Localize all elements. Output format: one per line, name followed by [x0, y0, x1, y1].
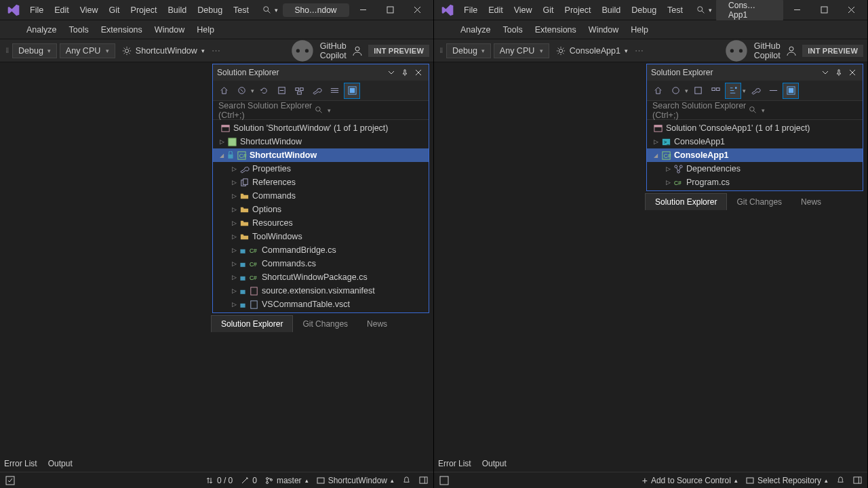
int-preview-badge[interactable]: INT PREVIEW	[368, 45, 429, 57]
tab-solution-explorer[interactable]: Solution Explorer	[645, 193, 727, 210]
menu-help[interactable]: Help	[625, 22, 654, 37]
menu-edit[interactable]: Edit	[483, 2, 509, 18]
project-node[interactable]: C# ConsoleApp1	[647, 148, 863, 162]
home-icon[interactable]	[216, 83, 232, 99]
menu-test[interactable]: Test	[662, 2, 688, 18]
file-program[interactable]: C#Program.cs	[647, 176, 863, 189]
menu-build[interactable]: Build	[596, 2, 626, 18]
file-package[interactable]: C#ShortcutWindowPackage.cs	[213, 270, 429, 284]
overflow-icon[interactable]: ⋯	[212, 45, 221, 56]
menu-window[interactable]: Window	[583, 22, 625, 37]
collapse-icon[interactable]	[273, 83, 290, 99]
menu-git[interactable]: Git	[104, 2, 125, 18]
properties-node[interactable]: Properties	[213, 162, 429, 176]
folder-toolwindows[interactable]: ToolWindows	[213, 230, 429, 243]
showall-icon[interactable]	[291, 83, 307, 99]
solution-node[interactable]: Solution 'ShortcutWindow' (1 of 1 projec…	[213, 121, 429, 135]
menu-view[interactable]: View	[75, 2, 104, 18]
pin-icon[interactable]	[833, 66, 845, 79]
preview-person-icon[interactable]	[786, 45, 797, 56]
tab-git-changes[interactable]: Git Changes	[727, 194, 791, 210]
windowpos-icon[interactable]	[385, 66, 397, 79]
collapse-icon[interactable]	[690, 83, 706, 99]
bell-icon[interactable]	[836, 476, 845, 485]
menu-analyze[interactable]: Analyze	[20, 22, 62, 37]
project-top-node[interactable]: >_ ConsoleApp1	[647, 135, 863, 148]
home-icon[interactable]	[650, 83, 666, 99]
file-commandbridge[interactable]: C#CommandBridge.cs	[213, 243, 429, 257]
menu-debug[interactable]: Debug	[626, 2, 662, 18]
windowpos-icon[interactable]	[819, 66, 831, 79]
menu-file[interactable]: File	[458, 2, 483, 18]
nest-icon[interactable]	[725, 83, 741, 99]
github-copilot[interactable]: GitHub Copilot	[288, 37, 347, 65]
switch-view-icon[interactable]	[667, 83, 684, 99]
menu-tools[interactable]: Tools	[62, 22, 94, 37]
references-node[interactable]: References	[213, 176, 429, 189]
drag-handle-icon[interactable]: ⁞⁞	[4, 46, 9, 55]
close-button[interactable]	[403, 0, 431, 20]
config-dropdown[interactable]: Debug▾	[12, 43, 57, 58]
folder-options[interactable]: Options	[213, 203, 429, 216]
maximize-button[interactable]	[810, 0, 837, 20]
menu-git[interactable]: Git	[538, 2, 559, 18]
bell-icon[interactable]	[402, 476, 411, 485]
startup-project[interactable]: ShortcutWindow▾	[118, 44, 209, 58]
properties-icon[interactable]	[747, 83, 764, 99]
menu-debug[interactable]: Debug	[192, 2, 228, 18]
menu-edit[interactable]: Edit	[49, 2, 75, 18]
tab-error-list[interactable]: Error List	[4, 459, 37, 468]
search-launch[interactable]: ▾	[258, 3, 282, 17]
startup-project[interactable]: ConsoleApp1▾	[552, 44, 632, 58]
status-updown[interactable]: 0 / 0	[205, 476, 233, 485]
close-icon[interactable]	[846, 66, 859, 79]
config-dropdown[interactable]: Debug▾	[446, 43, 491, 58]
menu-analyze[interactable]: Analyze	[454, 22, 496, 37]
minimize-button[interactable]	[349, 0, 376, 20]
project-node[interactable]: C# ShortcutWindow	[213, 148, 429, 162]
github-copilot[interactable]: GitHub Copilot	[722, 37, 781, 65]
preview-icon[interactable]	[765, 83, 781, 99]
solution-node[interactable]: Solution 'ConsoleApp1' (1 of 1 project)	[647, 121, 863, 135]
document-area[interactable]	[434, 62, 645, 455]
menu-test[interactable]: Test	[228, 2, 254, 18]
showall-icon[interactable]	[707, 83, 724, 99]
refresh-icon[interactable]	[256, 83, 272, 99]
properties-icon[interactable]	[309, 83, 325, 99]
menu-build[interactable]: Build	[162, 2, 192, 18]
panel-layout-icon[interactable]	[419, 476, 428, 485]
close-button[interactable]	[837, 0, 865, 20]
tab-news[interactable]: News	[357, 316, 397, 332]
menu-help[interactable]: Help	[191, 22, 220, 37]
project-top-node[interactable]: ShortcutWindow	[213, 135, 429, 148]
menu-extensions[interactable]: Extensions	[95, 22, 149, 37]
add-source-control[interactable]: +Add to Source Control▴	[642, 475, 738, 486]
overflow-icon[interactable]: ⋯	[635, 45, 644, 56]
preview-icon[interactable]	[326, 83, 342, 99]
folder-resources[interactable]: Resources	[213, 216, 429, 230]
tree[interactable]: Solution 'ConsoleApp1' (1 of 1 project) …	[647, 120, 863, 190]
search-solution-explorer[interactable]: Search Solution Explorer (Ctrl+;) ▾	[213, 101, 429, 120]
menu-file[interactable]: File	[24, 2, 49, 18]
select-repository[interactable]: Select Repository▴	[746, 476, 828, 485]
menu-view[interactable]: View	[509, 2, 538, 18]
pin-icon[interactable]	[399, 66, 411, 79]
menu-window[interactable]: Window	[149, 22, 191, 37]
sync-icon[interactable]	[344, 83, 360, 99]
file-commands-cs[interactable]: C#Commands.cs	[213, 257, 429, 270]
platform-dropdown[interactable]: Any CPU▾	[60, 43, 115, 58]
maximize-button[interactable]	[376, 0, 403, 20]
tab-news[interactable]: News	[791, 194, 831, 210]
preview-person-icon[interactable]	[352, 45, 363, 56]
platform-dropdown[interactable]: Any CPU▾	[494, 43, 549, 58]
menu-project[interactable]: Project	[125, 2, 163, 18]
tab-output[interactable]: Output	[482, 459, 507, 468]
switch-view-icon[interactable]	[233, 83, 250, 99]
status-ready-icon[interactable]	[439, 476, 449, 485]
status-branch[interactable]: master▴	[265, 476, 309, 485]
menu-tools[interactable]: Tools	[496, 22, 528, 37]
file-vsct[interactable]: VSCommandTable.vsct	[213, 298, 429, 311]
folder-commands[interactable]: Commands	[213, 189, 429, 203]
panel-layout-icon[interactable]	[853, 476, 862, 485]
tab-error-list[interactable]: Error List	[438, 459, 471, 468]
